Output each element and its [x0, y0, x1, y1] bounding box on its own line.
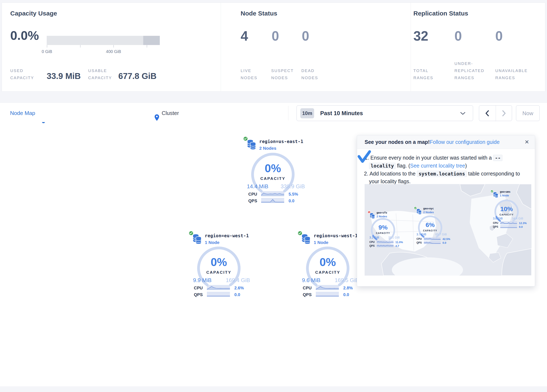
cpu-value: 11.0%	[395, 241, 403, 244]
used-capacity-value: 33.9 MiB	[47, 71, 81, 81]
under-replicated-label-0: UNDER-	[454, 61, 473, 66]
suspect-nodes-value: 0	[272, 28, 279, 44]
code-chip: system.locations	[417, 171, 467, 177]
cpu-row-label: CPU	[247, 192, 257, 197]
used-capacity-label: USED	[10, 69, 23, 73]
total-value: 34.4 GiB	[512, 217, 523, 220]
total-ranges-label: TOTAL	[413, 69, 429, 73]
configuration-guide-link[interactable]: Follow our configuration guide	[430, 135, 500, 149]
chevron-down-icon	[460, 112, 465, 116]
step-1-line-1: 1. Ensure every node in your cluster was…	[365, 154, 502, 161]
step-text: flag. (	[396, 163, 410, 169]
step-text: Add locations to the	[369, 171, 417, 177]
now-button[interactable]: Now	[516, 105, 540, 121]
region-label: geo=sfo	[376, 211, 387, 214]
cpu-sparkline	[500, 221, 517, 224]
usable-capacity-label-2: CAPACITY	[88, 76, 112, 80]
qps-value: 0.0	[289, 199, 294, 203]
step-text: )	[465, 163, 467, 169]
stats-divider-2	[411, 3, 411, 91]
mini-world-map: 1 geo=sfo 2 Nodes 9% CAPACITY 3.2 GiB 35…	[365, 184, 532, 275]
cpu-sparkline	[261, 191, 284, 196]
database-icon	[301, 234, 310, 245]
total-value: 169.5 GiB	[335, 277, 359, 283]
breadcrumb[interactable]: Cluster	[155, 103, 179, 123]
cpu-sparkline	[377, 241, 394, 243]
time-back-button[interactable]	[479, 106, 496, 121]
qps-row-label: QPS	[301, 292, 312, 297]
cpu-row-label: CPU	[193, 286, 203, 290]
region-node-count: 1 Node	[205, 240, 219, 245]
total-ranges-label-2: RANGES	[413, 76, 433, 80]
live-nodes-label-2: NODES	[241, 76, 257, 80]
capacity-caption: CAPACITY	[376, 232, 390, 234]
cpu-row-label: CPU	[368, 241, 375, 244]
toolbar-divider	[288, 106, 288, 120]
used-value: 9.6 MiB	[302, 277, 320, 283]
checkmark-icon	[357, 150, 371, 164]
region-node-count: 2 Nodes	[259, 146, 276, 151]
node-map-page: Capacity Usage 0.0% 0 GiB 400 GiB USED C…	[0, 0, 547, 392]
capacity-caption: CAPACITY	[499, 213, 513, 216]
code-chip: locality	[369, 163, 396, 169]
cpu-sparkline	[207, 285, 230, 290]
under-replicated-label-2: RANGES	[454, 76, 474, 80]
capacity-percent-label: 6%	[425, 221, 435, 228]
total-value: 169.4 GiB	[226, 277, 250, 283]
node-status-title: Node Status	[241, 10, 277, 17]
close-icon[interactable]: ✕	[525, 135, 529, 149]
stats-card: Capacity Usage 0.0% 0 GiB 400 GiB USED C…	[2, 2, 545, 91]
total-value: 35.1 GiB	[388, 236, 400, 239]
code-chip: --	[493, 155, 502, 161]
used-value: 9.9 MiB	[193, 277, 212, 283]
capacity-percent: 0.0%	[10, 28, 39, 43]
popup-title: See your nodes on a map!	[365, 135, 430, 149]
total-value: 65.7 GiB	[435, 233, 447, 236]
suspect-nodes-label: SUSPECT	[271, 69, 294, 73]
usable-capacity-label: USABLE	[88, 69, 107, 73]
time-range-value: Past 10 Minutes	[320, 106, 363, 121]
cpu-row-label: CPU	[492, 221, 498, 225]
total-value: 338.9 GiB	[281, 183, 305, 190]
qps-sparkline	[207, 292, 230, 297]
capacity-percent-label: 10%	[500, 206, 513, 213]
locality-tree-link[interactable]: See current locality tree	[410, 163, 465, 169]
qps-sparkline	[500, 225, 517, 228]
under-replicated-value: 0	[454, 28, 462, 44]
time-range-dropdown[interactable]: 10m Past 10 Minutes	[297, 105, 473, 121]
map-config-popup: See your nodes on a map! Follow our conf…	[357, 135, 535, 287]
step-2-line-1: 2. Add locations to the system.locations…	[364, 170, 520, 177]
dead-nodes-label: DEAD	[301, 69, 315, 73]
used-capacity-label-2: CAPACITY	[10, 76, 34, 80]
unavailable-ranges-label: UNAVAILABLE	[495, 69, 528, 73]
database-icon	[193, 234, 201, 245]
capacity-bar	[47, 36, 160, 45]
capacity-percent-label: 0%	[320, 255, 336, 268]
qps-sparkline	[377, 244, 394, 247]
region-label: region=us-east-1	[259, 139, 303, 144]
step-2-line-2: your locality flags.	[369, 178, 411, 185]
breadcrumb-label: Cluster	[162, 110, 179, 116]
time-range-chip: 10m	[300, 108, 314, 118]
step-text: table corresponding to	[467, 171, 520, 177]
used-value: 3.6 GiB	[493, 217, 503, 220]
time-forward-button[interactable]	[496, 106, 512, 121]
view-selector[interactable]: Node Map	[10, 103, 35, 123]
qps-sparkline	[261, 198, 284, 203]
step-text: Ensure every node in your cluster was st…	[370, 155, 493, 161]
axis-label-400: 400 GiB	[106, 49, 121, 54]
step-number: 2.	[364, 171, 368, 177]
qps-sparkline	[316, 292, 339, 297]
step-1-line-2: locality flag. (See current locality tre…	[369, 162, 467, 169]
cpu-sparkline	[316, 285, 339, 290]
popup-header: See your nodes on a map! Follow our conf…	[357, 135, 535, 149]
time-step-buttons	[479, 105, 512, 121]
cpu-value: 42.5%	[443, 237, 450, 241]
qps-value: 0.0	[343, 292, 349, 297]
axis-tick	[47, 45, 47, 48]
qps-value: 0.0	[234, 292, 240, 297]
qps-row-label: QPS	[416, 241, 422, 244]
capacity-usage-title: Capacity Usage	[10, 10, 57, 17]
suspect-nodes-label-2: NODES	[271, 76, 288, 80]
usable-capacity-value: 677.8 GiB	[118, 71, 157, 81]
